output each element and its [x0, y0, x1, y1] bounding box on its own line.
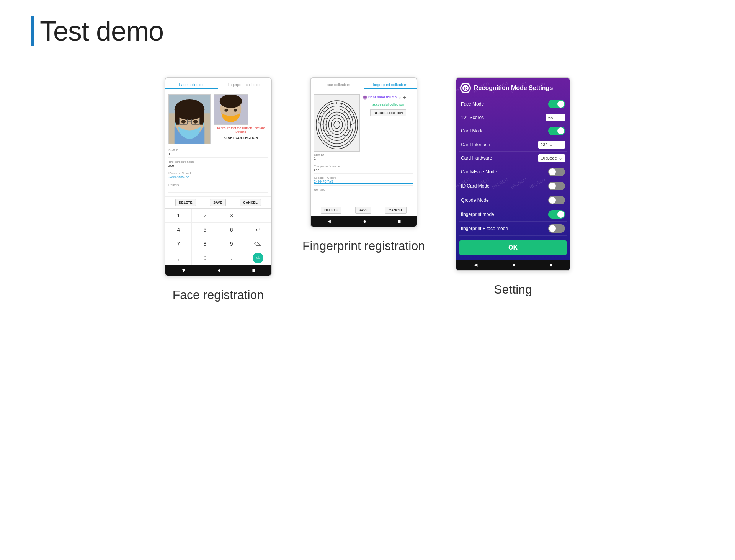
- tab-fp-collection[interactable]: fingerprint collection: [218, 81, 271, 89]
- settings-row-card-face-mode: Card&Face Mode: [459, 165, 567, 179]
- action-buttons: DELETE SAVE CANCEL: [165, 196, 271, 208]
- numpad-7[interactable]: 7: [165, 237, 191, 251]
- face-photo: [168, 94, 211, 144]
- numpad-1[interactable]: 1: [165, 209, 191, 222]
- tab-face-fp[interactable]: Face collection: [311, 81, 364, 89]
- nav-bar-face: ▼ ● ■: [165, 265, 271, 276]
- numpad-enter[interactable]: ⏎: [253, 253, 263, 263]
- fp-plus-icon[interactable]: +: [403, 94, 406, 100]
- svg-line-32: [353, 123, 356, 123]
- numpad-0[interactable]: 0: [192, 251, 218, 265]
- fp-nav-recents-icon[interactable]: ■: [398, 218, 401, 224]
- settings-logo: R: [460, 83, 471, 93]
- fp-form-fields: Staff ID 1 The person's name zoe ID card…: [314, 152, 413, 201]
- numpad-6[interactable]: 6: [218, 223, 244, 237]
- dropdown-card-interface-arrow: ⌄: [549, 142, 553, 147]
- numpad-backspace[interactable]: ⌫: [245, 237, 271, 251]
- dropdown-card-hardware[interactable]: QRCode ⌄: [538, 154, 565, 162]
- numpad-minus[interactable]: –: [245, 209, 271, 222]
- fp-delete-btn[interactable]: DELETE: [321, 207, 341, 214]
- svg-point-22: [326, 112, 348, 137]
- form-fields: Staff ID 1 The person's name zoe ID card…: [165, 147, 271, 196]
- settings-nav-bar: ◄ ● ■: [456, 260, 570, 270]
- toggle-fingerprint-mode[interactable]: [548, 210, 565, 219]
- numpad-9[interactable]: 9: [218, 237, 244, 251]
- numpad-return[interactable]: ↵: [245, 223, 271, 237]
- settings-nav-back-icon[interactable]: ◄: [473, 262, 479, 268]
- page-header: Test demo: [0, 0, 735, 54]
- fp-nav-back-icon[interactable]: ◄: [327, 218, 332, 224]
- nav-back-icon[interactable]: ▼: [181, 267, 186, 273]
- numpad-4[interactable]: 4: [165, 223, 191, 237]
- face-reg-screen: Face collection fingerprint collection: [165, 78, 271, 276]
- svg-rect-6: [199, 109, 204, 124]
- field-name: The person's name zoe: [168, 160, 268, 169]
- settings-nav-home-icon[interactable]: ●: [513, 262, 516, 268]
- settings-nav-recents-icon[interactable]: ■: [549, 262, 552, 268]
- fp-field-remark: Remark: [314, 188, 413, 197]
- numpad-5[interactable]: 5: [192, 223, 218, 237]
- svg-point-11: [193, 120, 198, 124]
- recollect-btn[interactable]: RE-COLLECT ION: [370, 109, 407, 116]
- field-staff-id: Staff ID 1: [168, 149, 268, 158]
- dropdown-card-interface[interactable]: 232 ⌄: [538, 141, 565, 149]
- settings-row-card-interface: Card Interface 232 ⌄: [459, 138, 567, 152]
- fingerprint-phone: Face collection fingerprint collection: [310, 77, 417, 227]
- nav-recents-icon[interactable]: ■: [252, 267, 255, 273]
- tab-face-collection[interactable]: Face collection: [165, 81, 218, 89]
- header-accent-bar: [31, 16, 34, 46]
- fp-nav-home-icon[interactable]: ●: [363, 218, 366, 224]
- fp-cancel-btn[interactable]: CANCEL: [385, 207, 407, 214]
- svg-line-35: [323, 111, 325, 112]
- fingerprint-registration-label: Fingerprint registration: [302, 239, 425, 253]
- settings-ok-btn[interactable]: OK: [459, 240, 567, 255]
- toggle-card-face-mode[interactable]: [548, 168, 565, 176]
- toggle-face-mode[interactable]: [548, 100, 565, 108]
- svg-point-25: [318, 103, 356, 147]
- numpad-comma[interactable]: ,: [165, 251, 191, 265]
- svg-point-24: [321, 106, 353, 144]
- fp-chevron-icon[interactable]: ⌄: [398, 95, 402, 100]
- fp-action-buttons: DELETE SAVE CANCEL: [311, 204, 416, 216]
- tab-fp-fp[interactable]: fingerprint collection: [364, 81, 416, 89]
- cancel-btn[interactable]: CANCEL: [240, 199, 261, 206]
- svg-point-16: [220, 95, 242, 108]
- save-btn[interactable]: SAVE: [210, 199, 226, 206]
- numpad-8[interactable]: 8: [192, 237, 218, 251]
- fp-field-id: ID card / IC card 2499 70f7a5: [314, 176, 413, 186]
- settings-row-1v1-scores: 1v1 Scores 65: [459, 111, 567, 124]
- toggle-qrcode-mode[interactable]: [548, 196, 565, 204]
- svg-point-26: [316, 101, 358, 149]
- numpad-3[interactable]: 3: [218, 209, 244, 222]
- warning-text: To ensure that the Human Face are Detect…: [214, 126, 268, 134]
- toggle-card-mode[interactable]: [548, 127, 565, 135]
- svg-line-37: [318, 123, 320, 123]
- fp-content: ◉ right hand thumb ⌄ + successful collec…: [311, 91, 416, 204]
- field-remark: Remark: [168, 183, 268, 193]
- field-id-card: ID card / IC card 24997305765: [168, 171, 268, 181]
- fp-main-image: [314, 94, 360, 152]
- settings-col: HFSECU HFSECU HFSECU HFSECU HFSECU HFSEC…: [456, 77, 570, 297]
- svg-line-30: [349, 111, 351, 112]
- svg-point-17: [224, 109, 228, 112]
- fingerprint-registration-col: Face collection fingerprint collection: [302, 77, 425, 253]
- fp-save-btn[interactable]: SAVE: [355, 207, 371, 214]
- face-registration-phone: Face collection fingerprint collection: [165, 77, 272, 276]
- svg-point-19: [334, 121, 340, 129]
- numpad-dot[interactable]: .: [218, 251, 244, 265]
- fp-tabs: Face collection fingerprint collection: [311, 78, 416, 91]
- nav-home-icon[interactable]: ●: [217, 267, 220, 273]
- settings-logo-inner: R: [461, 84, 470, 92]
- svg-rect-5: [175, 109, 180, 124]
- input-1v1-scores[interactable]: 65: [546, 114, 565, 121]
- start-collection-btn[interactable]: START COLLECTION: [224, 136, 258, 140]
- delete-btn[interactable]: DELETE: [175, 199, 196, 206]
- svg-point-20: [331, 118, 343, 131]
- fp-field-name: The person's name zoe: [314, 165, 413, 174]
- numpad-2[interactable]: 2: [192, 209, 218, 222]
- toggle-id-card-mode[interactable]: [548, 182, 565, 190]
- face-reg-tabs: Face collection fingerprint collection: [165, 78, 271, 91]
- page-title: Test demo: [40, 15, 163, 47]
- toggle-fp-face-mode[interactable]: [548, 224, 565, 233]
- settings-header: R Recognition Mode Settings: [456, 78, 570, 97]
